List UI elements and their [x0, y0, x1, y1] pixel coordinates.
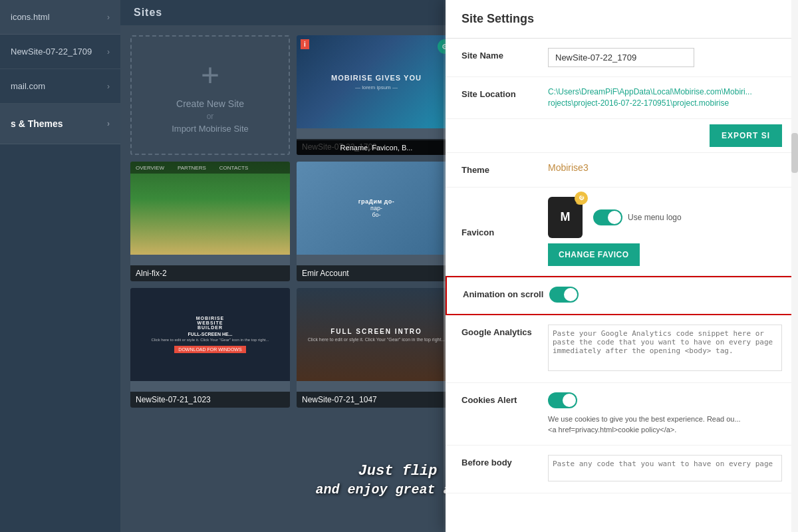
sites-title: Sites [134, 7, 162, 18]
sidebar-item-newsite[interactable]: NewSite-07-22_1709 › [0, 35, 120, 69]
animation-toggle[interactable] [549, 287, 579, 303]
google-analytics-value [548, 325, 782, 373]
site-name-label: Site Name [462, 48, 548, 61]
cookies-label: Cookies Alert [462, 392, 548, 405]
site-card-label: Alni-fix-2 [130, 265, 290, 281]
site-location-value: C:\Users\DreamPiF\AppData\Local\Mobirise… [548, 86, 782, 109]
favicon-phone: M ⚙ [548, 197, 583, 238]
favicon-value: M ⚙ Use menu logo CHANGE FAVICO [548, 197, 782, 266]
chevron-right-icon: › [107, 47, 110, 57]
before-body-row: Before body [446, 446, 798, 493]
use-menu-logo-toggle[interactable] [593, 209, 622, 225]
theme-label: Theme [462, 162, 548, 175]
animation-toggle-slider [549, 287, 579, 303]
create-label: Create New Site [176, 98, 244, 109]
site-location-label: Site Location [462, 86, 548, 99]
sidebar-item-label: mail.com [11, 81, 45, 91]
before-body-label: Before body [462, 455, 548, 467]
site-name-row: Site Name [446, 39, 798, 77]
chevron-right-icon: › [107, 119, 110, 128]
site-card-newsite-0721-1047[interactable]: FULL SCREEN INTRO Click here to edit or … [297, 288, 456, 408]
sidebar-item-themes[interactable]: s & Themes › [0, 104, 120, 144]
scroll-indicator[interactable] [791, 0, 798, 532]
import-label: Import Mobirise Site [172, 124, 249, 134]
main-content: Sites + Create New Site or Import Mobiri… [120, 0, 798, 532]
favicon-row: Favicon M ⚙ Use menu logo [446, 188, 798, 276]
animation-on-scroll-row: Animation on scroll [446, 276, 798, 315]
change-favicon-button[interactable]: CHANGE FAVICO [548, 243, 640, 266]
site-card-newsite-0721-1023[interactable]: MOBIRISEWEBSITEBUILDER FULL-SCREEN HE...… [130, 288, 290, 408]
export-site-button[interactable]: EXPORT SI [710, 124, 782, 147]
cookies-toggle-slider [548, 392, 577, 408]
google-analytics-label: Google Analytics [462, 325, 548, 337]
sidebar-item-label: icons.html [11, 12, 50, 22]
settings-header: Site Settings [446, 0, 798, 39]
cookies-toggle[interactable] [548, 392, 577, 408]
site-card-alni[interactable]: OVERVIEW PARTNERS CONTACTS Alni-fix-2 [130, 162, 290, 281]
use-menu-logo-label: Use menu logo [628, 213, 682, 222]
cookies-row [548, 392, 782, 408]
settings-title: Site Settings [462, 12, 534, 25]
animation-label: Animation on scroll [463, 287, 549, 299]
site-card-label: NewSite-07-21_1047 [297, 392, 456, 408]
before-body-input[interactable] [548, 455, 782, 481]
site-card-label: NewSite-07-21_1023 [130, 392, 290, 408]
favicon-area: M ⚙ Use menu logo [548, 197, 782, 238]
toggle-slider [593, 209, 622, 225]
plus-icon: + [201, 57, 219, 93]
use-menu-toggle: Use menu logo [593, 209, 682, 225]
create-new-site-card[interactable]: + Create New Site or Import Mobirise Sit… [130, 35, 290, 155]
sidebar: icons.html › NewSite-07-22_1709 › mail.c… [0, 0, 120, 532]
theme-row: Theme Mobirise3 [446, 153, 798, 188]
scroll-thumb [791, 133, 798, 173]
site-card-emir[interactable]: граДим до- пар- бо- Emir Account [297, 162, 456, 281]
animation-row-inner: Animation on scroll [447, 277, 797, 314]
site-name-value [548, 48, 782, 67]
cookies-value: We use cookies to give you the best expe… [548, 392, 782, 436]
site-name-input[interactable] [548, 48, 694, 67]
rename-overlay: Rename, Favicon, B... [297, 140, 456, 155]
sidebar-item-label: s & Themes [11, 118, 63, 129]
cookies-text: We use cookies to give you the best expe… [548, 414, 782, 436]
theme-value: Mobirise3 [548, 162, 782, 173]
site-card-label: Emir Account [297, 265, 456, 281]
site-location-row: Site Location C:\Users\DreamPiF\AppData\… [446, 77, 798, 119]
google-analytics-input[interactable] [548, 325, 782, 371]
or-label: or [207, 112, 214, 121]
sidebar-item-label: NewSite-07-22_1709 [11, 47, 92, 57]
site-card-newsite-0722[interactable]: MOBIRISE GIVES YOU — lorem ipsum — ⚙ i N… [297, 35, 456, 155]
google-analytics-row: Google Analytics [446, 315, 798, 383]
before-body-value [548, 455, 782, 483]
export-row: EXPORT SI [446, 119, 798, 153]
sidebar-item-icons[interactable]: icons.html › [0, 0, 120, 35]
sidebar-item-mail[interactable]: mail.com › [0, 69, 120, 104]
chevron-right-icon: › [107, 13, 110, 22]
favicon-label: Favicon [462, 225, 548, 237]
animation-toggle-value [549, 287, 781, 305]
site-location-text[interactable]: C:\Users\DreamPiF\AppData\Local\Mobirise… [548, 86, 782, 109]
chevron-right-icon: › [107, 82, 110, 91]
settings-panel: Site Settings Site Name Site Location C:… [446, 0, 798, 532]
cookies-alert-row: Cookies Alert We use cookies to give you… [446, 383, 798, 446]
